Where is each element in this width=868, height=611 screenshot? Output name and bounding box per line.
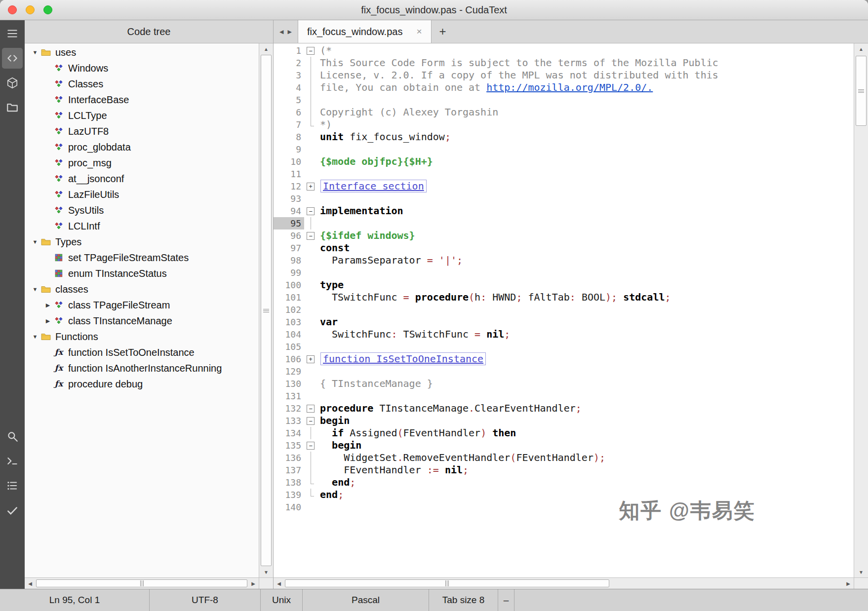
tree-item[interactable]: ▼classes <box>25 281 259 297</box>
fold-collapse-icon[interactable]: − <box>307 47 315 55</box>
code-text[interactable]: TSwitchFunc = procedure(h: HWND; fAltTab… <box>317 291 671 304</box>
editor-vertical-scrollbar[interactable]: ▲ ▼ <box>854 43 868 577</box>
chevron-down-icon[interactable]: ▼ <box>30 286 40 292</box>
code-text[interactable]: file, You can obtain one at http://mozil… <box>317 81 653 94</box>
code-text[interactable] <box>317 501 320 513</box>
editor-horizontal-scrollbar[interactable]: ◀ ▶ <box>274 578 854 589</box>
code-text[interactable] <box>317 94 320 106</box>
scroll-up-icon[interactable]: ▲ <box>259 43 273 54</box>
tree-item[interactable]: proc_globdata <box>25 139 259 155</box>
tree-hscroll-thumb[interactable] <box>36 579 247 587</box>
tree-item[interactable]: LazUTF8 <box>25 123 259 139</box>
code-tree-list[interactable]: ▼usesWindowsClassesInterfaceBaseLCLTypeL… <box>25 43 259 577</box>
tree-item[interactable]: LCLIntf <box>25 218 259 234</box>
editor-hscroll-thumb[interactable] <box>285 579 609 587</box>
code-text[interactable]: SwitchFunc: TSwitchFunc = nil; <box>317 328 510 341</box>
tree-item[interactable]: ▶class TPageFileStream <box>25 297 259 313</box>
fold-expand-icon[interactable]: + <box>307 355 315 363</box>
fold-collapse-icon[interactable]: − <box>307 232 315 240</box>
code-text[interactable] <box>317 304 320 316</box>
code-text[interactable]: const <box>317 242 350 254</box>
activity-terminal-button[interactable] <box>2 451 23 471</box>
scroll-down-icon[interactable]: ▼ <box>854 567 868 577</box>
chevron-down-icon[interactable]: ▼ <box>30 334 40 340</box>
tree-item[interactable]: set TPageFileStreamStates <box>25 250 259 266</box>
tree-item[interactable]: ƒxfunction IsAnotherInstanceRunning <box>25 360 259 376</box>
tree-horizontal-scrollbar[interactable]: ◀ ▶ <box>25 578 259 589</box>
scroll-left-icon[interactable]: ◀ <box>25 578 36 589</box>
scroll-left-icon[interactable]: ◀ <box>274 578 284 589</box>
status-lexer[interactable]: Pascal <box>303 589 429 611</box>
fold-expand-icon[interactable]: + <box>307 183 315 191</box>
scroll-right-icon[interactable]: ▶ <box>843 578 854 589</box>
status-line-ends[interactable]: Unix <box>261 589 303 611</box>
status-caret[interactable]: Ln 95, Col 1 <box>0 589 150 611</box>
tab-scroll-right-icon[interactable]: ▶ <box>287 29 291 35</box>
code-text[interactable]: begin <box>317 415 350 427</box>
activity-code-button[interactable] <box>2 48 23 69</box>
tree-item[interactable]: SysUtils <box>25 202 259 218</box>
code-text[interactable]: if Assigned(FEventHandler) then <box>317 427 516 439</box>
code-text[interactable]: {$mode objfpc}{$H+} <box>317 155 433 168</box>
code-text[interactable]: type <box>317 279 344 291</box>
tree-item[interactable]: enum TInstanceStatus <box>25 266 259 281</box>
tab-active[interactable]: fix_focus_window.pas × <box>298 20 432 43</box>
minimize-window-button[interactable] <box>26 5 35 14</box>
code-text[interactable] <box>317 192 320 205</box>
code-text[interactable]: ParamsSeparator = '|'; <box>317 254 463 267</box>
code-text[interactable]: *) <box>317 118 332 131</box>
code-text[interactable]: var <box>317 316 338 328</box>
tree-item[interactable]: at__jsonconf <box>25 171 259 187</box>
activity-folder-button[interactable] <box>2 97 23 118</box>
code-text[interactable]: procedure TInstanceManage.ClearEventHand… <box>317 402 582 415</box>
tree-item[interactable]: ƒxprocedure debug <box>25 376 259 392</box>
code-text[interactable]: begin <box>317 439 361 452</box>
activity-check-button[interactable] <box>2 500 23 521</box>
code-text[interactable]: WidgetSet.RemoveEventHandler(FEventHandl… <box>317 452 605 464</box>
code-text[interactable]: This Source Code Form is subject to the … <box>317 57 718 69</box>
code-text[interactable]: License, v. 2.0. If a copy of the MPL wa… <box>317 69 718 81</box>
code-text[interactable] <box>317 217 320 229</box>
code-text[interactable] <box>317 168 320 180</box>
tree-item[interactable]: InterfaceBase <box>25 92 259 108</box>
tab-close-icon[interactable]: × <box>416 26 422 37</box>
code-text[interactable]: FEventHandler := nil; <box>317 464 469 476</box>
status-message[interactable] <box>514 589 868 611</box>
tree-item[interactable]: Windows <box>25 60 259 76</box>
chevron-down-icon[interactable]: ▼ <box>30 239 40 245</box>
status-encoding[interactable]: UTF-8 <box>150 589 261 611</box>
activity-search-button[interactable] <box>2 426 23 447</box>
code-text[interactable] <box>317 267 320 279</box>
code-text[interactable]: (* <box>317 44 332 57</box>
status-tab-size[interactable]: Tab size 8 <box>429 589 498 611</box>
scroll-up-icon[interactable]: ▲ <box>854 43 868 54</box>
tree-item[interactable]: ƒxfunction IsSetToOneInstance <box>25 344 259 360</box>
tree-item[interactable]: proc_msg <box>25 155 259 171</box>
fold-collapse-icon[interactable]: − <box>307 405 315 413</box>
code-text[interactable]: Interface section <box>317 180 427 192</box>
new-tab-button[interactable]: + <box>432 20 454 43</box>
zoom-window-button[interactable] <box>43 5 52 14</box>
tree-item[interactable]: ▼Types <box>25 234 259 250</box>
editor-vscroll-thumb[interactable] <box>856 56 867 126</box>
tree-item[interactable]: LCLType <box>25 108 259 123</box>
tree-item[interactable]: LazFileUtils <box>25 187 259 202</box>
scroll-right-icon[interactable]: ▶ <box>248 578 259 589</box>
tree-item[interactable]: Classes <box>25 76 259 92</box>
code-text[interactable]: {$ifdef windows} <box>317 229 415 242</box>
fold-collapse-icon[interactable]: − <box>307 207 315 215</box>
code-text[interactable] <box>317 390 320 402</box>
code-text[interactable] <box>317 143 320 155</box>
tree-item[interactable]: ▼Functions <box>25 329 259 344</box>
code-text[interactable] <box>317 341 320 353</box>
code-text[interactable]: unit fix_focus_window; <box>317 131 451 143</box>
status-wrap[interactable]: – <box>498 589 514 611</box>
chevron-down-icon[interactable]: ▼ <box>30 49 40 55</box>
activity-menu-button[interactable] <box>2 23 23 44</box>
close-window-button[interactable] <box>8 5 17 14</box>
tree-item[interactable]: ▶class TInstanceManage <box>25 313 259 329</box>
chevron-right-icon[interactable]: ▶ <box>42 318 53 324</box>
tree-vertical-scrollbar[interactable]: ▲ ▼ <box>259 43 273 577</box>
code-text[interactable]: end; <box>317 476 355 489</box>
scroll-down-icon[interactable]: ▼ <box>259 567 273 577</box>
